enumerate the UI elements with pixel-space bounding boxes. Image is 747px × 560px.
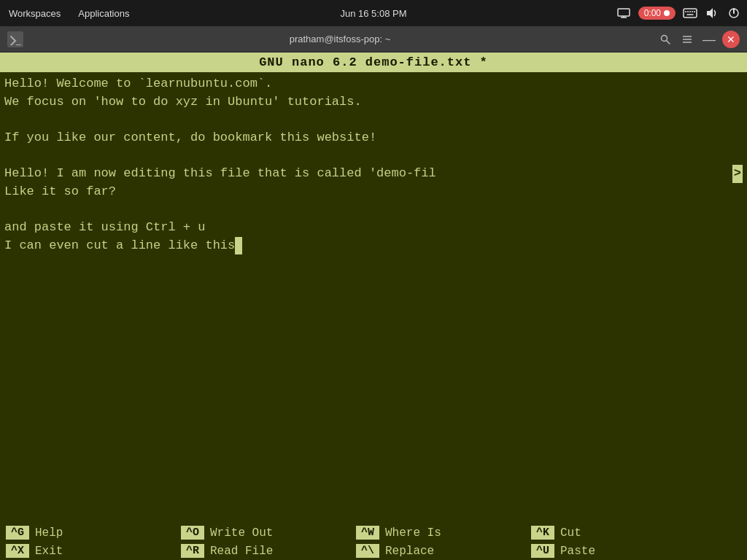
minimize-button[interactable]: —: [700, 31, 718, 48]
shortcut-key: ^\: [356, 544, 379, 558]
record-time: 0:00: [644, 8, 661, 18]
titlebar-buttons: — ✕: [657, 31, 740, 48]
nano-shortcuts: ^GHelp^OWrite Out^WWhere Is^KCut^XExit^R…: [0, 524, 747, 560]
shortcut-item: ^\ Replace: [350, 544, 525, 558]
close-button[interactable]: ✕: [722, 31, 740, 48]
editor-line: [4, 111, 743, 129]
shortcut-item: ^XExit: [0, 544, 175, 558]
editor-line: [4, 201, 743, 219]
shortcut-label: Replace: [385, 545, 434, 558]
terminal-window: pratham@itsfoss-pop: ~ — ✕ GNU nano 6.2 …: [0, 26, 747, 560]
shortcut-label: Write Out: [210, 526, 273, 540]
system-bar-left: Workspaces Applications: [6, 7, 132, 20]
datetime-label: Jun 16 5:08 PM: [340, 8, 406, 19]
shortcut-key: ^O: [181, 526, 204, 540]
system-bar: Workspaces Applications Jun 16 5:08 PM 0…: [0, 0, 747, 26]
shortcut-label: Exit: [35, 545, 63, 558]
applications-button[interactable]: Applications: [75, 7, 132, 20]
text-cursor: [235, 237, 242, 255]
terminal-titlebar: pratham@itsfoss-pop: ~ — ✕: [0, 26, 747, 52]
editor-line: If you like our content, do bookmark thi…: [4, 129, 743, 147]
shortcut-item: ^WWhere Is: [350, 526, 525, 540]
svg-line-15: [667, 40, 670, 44]
svg-rect-0: [618, 9, 630, 16]
shortcut-row: ^GHelp^OWrite Out^WWhere Is^KCut: [0, 524, 747, 542]
overflow-marker: >: [732, 165, 743, 183]
terminal-title: pratham@itsfoss-pop: ~: [29, 34, 651, 44]
shortcut-key: ^U: [531, 544, 554, 558]
shortcut-item: ^GHelp: [0, 526, 175, 540]
svg-rect-3: [684, 9, 697, 18]
shortcut-item: ^RRead File: [175, 544, 350, 558]
search-button[interactable]: [657, 31, 674, 48]
editor-line: We focus on 'how to do xyz in Ubuntu' tu…: [4, 93, 743, 112]
record-dot-icon: [664, 10, 670, 16]
system-bar-right: 0:00: [616, 6, 741, 20]
shortcut-item: ^UPaste: [525, 544, 700, 558]
shortcut-label: Read File: [210, 545, 273, 558]
svg-marker-10: [707, 8, 713, 18]
shortcut-key: ^W: [356, 526, 379, 540]
shortcut-key: ^X: [6, 544, 29, 558]
nano-content[interactable]: Hello! Welcome to `learnubuntu.com`.We f…: [0, 72, 747, 524]
editor-line: Hello! Welcome to `learnubuntu.com`.: [4, 75, 743, 93]
workspaces-button[interactable]: Workspaces: [6, 7, 63, 20]
shortcut-item: ^KCut: [525, 526, 700, 540]
system-bar-center: Jun 16 5:08 PM: [340, 8, 406, 19]
nano-editor[interactable]: GNU nano 6.2 demo-file.txt * Hello! Welc…: [0, 52, 747, 560]
editor-line: Like it so far?: [4, 183, 743, 201]
editor-line: I can even cut a line like this: [4, 237, 743, 255]
shortcut-key: ^R: [181, 544, 204, 558]
menu-button[interactable]: [678, 31, 696, 48]
shortcut-item: ^OWrite Out: [175, 526, 350, 540]
screen-icon[interactable]: [616, 6, 631, 20]
editor-line: Hello! I am now editing this file that i…: [4, 166, 436, 180]
shortcut-label: Paste: [560, 545, 595, 558]
shortcut-row: ^XExit^RRead File^\ Replace^UPaste: [0, 542, 747, 560]
record-button[interactable]: 0:00: [638, 7, 676, 20]
terminal-app-icon: [7, 31, 23, 47]
shortcut-key: ^G: [6, 526, 29, 540]
shortcut-key: ^K: [531, 526, 554, 540]
shortcut-label: Help: [35, 526, 63, 540]
power-icon[interactable]: [727, 6, 741, 20]
shortcut-label: Where Is: [385, 526, 441, 540]
editor-line: and paste it using Ctrl + u: [4, 219, 743, 237]
nano-header: GNU nano 6.2 demo-file.txt *: [0, 52, 747, 72]
volume-icon[interactable]: [705, 6, 719, 20]
shortcut-label: Cut: [560, 526, 581, 540]
keyboard-icon[interactable]: [683, 6, 697, 20]
editor-line: [4, 147, 743, 166]
